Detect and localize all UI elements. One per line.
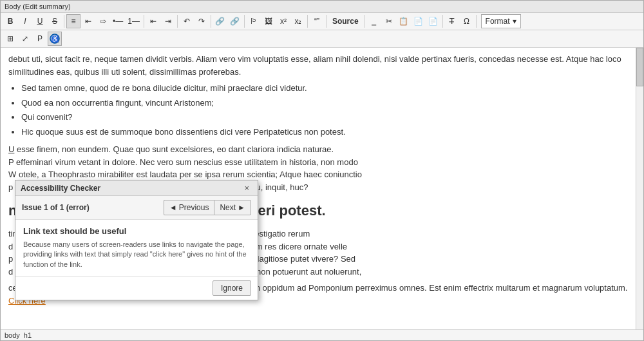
prev-arrow: ◄: [169, 203, 177, 212]
italic-button[interactable]: I: [18, 14, 32, 28]
remove-format-button[interactable]: T̶: [445, 14, 459, 28]
para1: debut uti, sicut facit re, neque tamen d…: [8, 53, 628, 78]
separator1: [64, 15, 64, 28]
separator4: [211, 15, 211, 28]
list-item: Hic quoque suus est de summoque bono dis…: [21, 126, 628, 139]
table-button[interactable]: ⊞: [3, 32, 17, 46]
accessibility-checker-dialog[interactable]: Accessibility Checker × Issue 1 of 1 (er…: [15, 180, 258, 300]
dialog-issue-desc: Because many users of screen-readers use…: [23, 240, 250, 269]
title-bar: Body (Edit summary): [1, 1, 643, 13]
status-body[interactable]: body: [5, 331, 20, 339]
separator8: [365, 15, 365, 28]
scrollbar-track[interactable]: [636, 48, 643, 329]
bullet-list: Sed tamen omne, quod de re bona dilucide…: [21, 82, 628, 138]
dialog-nav-row: Issue 1 of 1 (error) ◄ Previous Next ►: [15, 196, 258, 220]
link-button[interactable]: 🔗: [213, 14, 227, 28]
list-item: Qui convenit?: [21, 111, 628, 124]
dialog-next-button[interactable]: Next ►: [214, 200, 251, 215]
accessibility-icon: ♿: [50, 34, 60, 44]
status-h1[interactable]: h1: [24, 331, 32, 339]
next-arrow: ►: [238, 203, 245, 212]
drupal-break-button[interactable]: P: [33, 32, 47, 46]
source-button[interactable]: Source: [328, 14, 363, 28]
special-char-button[interactable]: Ω: [460, 14, 474, 28]
quote-button[interactable]: “”: [310, 14, 324, 28]
expand-button[interactable]: ⤢: [18, 32, 32, 46]
separator5: [244, 15, 245, 28]
dialog-nav-buttons: ◄ Previous Next ►: [164, 200, 251, 215]
separator6: [307, 15, 308, 28]
align-justify-button[interactable]: ≡: [66, 14, 80, 28]
dialog-issue-count: Issue 1 of 1 (error): [22, 203, 90, 212]
list-item: Sed tamen omne, quod de re bona dilucide…: [21, 82, 628, 95]
format-dropdown-label: Format: [486, 17, 510, 26]
svg-text:♿: ♿: [51, 35, 59, 43]
editor-container: Body (Edit summary) B I U S ≡ ⇤ ⇨ •— 1— …: [0, 0, 644, 341]
anchor-button[interactable]: 🏳: [247, 14, 261, 28]
separator9: [442, 15, 443, 28]
separator7: [326, 15, 327, 28]
dialog-footer: Ignore: [15, 277, 258, 300]
undo-button[interactable]: ↶: [180, 14, 194, 28]
ignore-button[interactable]: Ignore: [213, 280, 251, 296]
list-ordered-button[interactable]: 1—: [126, 14, 142, 28]
paste-text-button[interactable]: 📄: [426, 14, 440, 28]
toolbar-row2: ⊞ ⤢ P ♿: [1, 30, 643, 48]
strikethrough-button[interactable]: S: [48, 14, 62, 28]
status-bar: body h1: [1, 329, 643, 340]
align-center-button[interactable]: ⇨: [96, 14, 110, 28]
list-unordered-button[interactable]: •—: [111, 14, 125, 28]
outdent-button[interactable]: ⇤: [146, 14, 160, 28]
editor-area: debut uti, sicut facit re, neque tamen d…: [1, 48, 643, 329]
title-bar-label: Body (Edit summary): [5, 3, 71, 10]
dialog-title: Accessibility Checker: [21, 184, 100, 193]
image-button[interactable]: 🖼: [261, 14, 276, 28]
format-dropdown-arrow: ▾: [513, 17, 516, 26]
list-item: Quod ea non occurrentia fingunt, vincunt…: [21, 97, 628, 110]
underline-button[interactable]: U: [33, 14, 47, 28]
indent-button[interactable]: ⇥: [161, 14, 175, 28]
dialog-body: Link text should be useful Because many …: [15, 220, 258, 277]
redo-button[interactable]: ↷: [194, 14, 209, 28]
bold-button[interactable]: B: [3, 14, 17, 28]
dialog-prev-button[interactable]: ◄ Previous: [164, 200, 214, 215]
format-dropdown[interactable]: Format ▾: [481, 14, 521, 28]
paste-button[interactable]: 📄: [412, 14, 426, 28]
prev-label: Previous: [179, 203, 209, 212]
separator10: [476, 15, 477, 28]
cut-button[interactable]: ✂: [382, 14, 396, 28]
dialog-issue-title: Link text should be useful: [23, 226, 250, 236]
next-label: Next: [220, 203, 236, 212]
superscript-button[interactable]: x²: [276, 14, 290, 28]
accessibility-checker-button[interactable]: ♿: [48, 32, 62, 46]
subscript-button[interactable]: x₂: [291, 14, 305, 28]
separator3: [177, 15, 178, 28]
align-left-button[interactable]: ⇤: [81, 14, 95, 28]
dialog-close-button[interactable]: ×: [241, 183, 252, 193]
unlink-button[interactable]: 🔗: [228, 14, 242, 28]
toolbar-row1: B I U S ≡ ⇤ ⇨ •— 1— ⇤ ⇥ ↶ ↷ 🔗 🔗 🏳 🖼 x² x…: [1, 13, 643, 30]
separator2: [144, 15, 144, 28]
copy-button[interactable]: 📋: [397, 14, 411, 28]
scrollbar-thumb[interactable]: [636, 48, 643, 86]
dialog-title-bar: Accessibility Checker ×: [15, 180, 258, 196]
horizontal-rule-button[interactable]: ⎯: [367, 14, 381, 28]
